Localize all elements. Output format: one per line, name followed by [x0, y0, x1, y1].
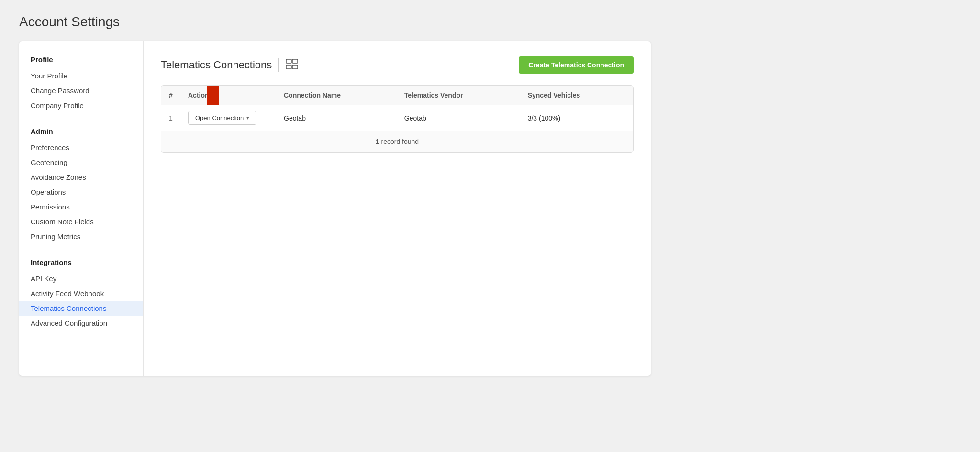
svg-rect-2 — [286, 65, 291, 69]
record-label-text: record found — [381, 138, 419, 145]
main-header: Telematics Connections Create Telematics… — [161, 56, 634, 74]
sidebar-item-advanced-configuration[interactable]: Advanced Configuration — [19, 316, 143, 331]
connection-name: Geotab — [276, 105, 397, 131]
sidebar-item-permissions[interactable]: Permissions — [19, 199, 143, 214]
sidebar-item-activity-feed-webhook[interactable]: Activity Feed Webhook — [19, 286, 143, 301]
telematics-vendor: Geotab — [397, 105, 520, 131]
sidebar-section-title-profile: Profile — [19, 53, 143, 66]
sidebar-section-profile: Profile Your Profile Change Password Com… — [19, 53, 143, 113]
sidebar-item-pruning-metrics[interactable]: Pruning Metrics — [19, 229, 143, 244]
header-divider — [278, 58, 279, 72]
sidebar-item-your-profile[interactable]: Your Profile — [19, 68, 143, 83]
open-connection-button[interactable]: Open Connection ▾ — [188, 111, 256, 125]
sidebar-item-avoidance-zones[interactable]: Avoidance Zones — [19, 170, 143, 185]
table-footer: 1 record found — [161, 131, 633, 152]
sidebar-section-title-admin: Admin — [19, 124, 143, 138]
main-content-title: Telematics Connections — [161, 59, 272, 71]
sidebar-item-operations[interactable]: Operations — [19, 185, 143, 199]
sidebar-item-company-profile[interactable]: Company Profile — [19, 98, 143, 113]
row-num: 1 — [161, 105, 180, 131]
sidebar-section-admin: Admin Preferences Geofencing Avoidance Z… — [19, 124, 143, 244]
sidebar-section-title-integrations: Integrations — [19, 255, 143, 269]
record-count: 1 — [376, 138, 379, 145]
sidebar-item-preferences[interactable]: Preferences — [19, 140, 143, 155]
create-telematics-connection-button[interactable]: Create Telematics Connection — [519, 56, 634, 74]
sidebar-section-integrations: Integrations API Key Activity Feed Webho… — [19, 255, 143, 331]
main-header-left: Telematics Connections — [161, 58, 298, 72]
col-synced-vehicles: Synced Vehicles — [520, 86, 633, 105]
sidebar-item-geofencing[interactable]: Geofencing — [19, 155, 143, 170]
sidebar: Profile Your Profile Change Password Com… — [19, 41, 144, 376]
sidebar-item-change-password[interactable]: Change Password — [19, 83, 143, 98]
sidebar-item-custom-note-fields[interactable]: Custom Note Fields — [19, 214, 143, 229]
page-title: Account Settings — [19, 14, 651, 30]
main-content: Telematics Connections Create Telematics… — [144, 41, 651, 376]
col-connection-name: Connection Name — [276, 86, 397, 105]
table-row: 1 Open Connection ▾ — [161, 105, 633, 131]
telematics-table: # Actions Connection Name Telematics Ven… — [161, 85, 634, 153]
col-telematics-vendor: Telematics Vendor — [397, 86, 520, 105]
synced-vehicles: 3/3 (100%) — [520, 105, 633, 131]
table-header-row: # Actions Connection Name Telematics Ven… — [161, 86, 633, 105]
sidebar-item-telematics-connections[interactable]: Telematics Connections — [19, 301, 143, 316]
svg-rect-0 — [286, 59, 291, 63]
telematics-icon — [286, 59, 298, 72]
svg-rect-3 — [292, 65, 298, 69]
svg-rect-1 — [292, 59, 298, 63]
col-num: # — [161, 86, 180, 105]
open-connection-label: Open Connection — [195, 114, 244, 121]
dropdown-arrow-icon: ▾ — [246, 115, 249, 121]
action-cell: Open Connection ▾ — [180, 105, 276, 131]
sidebar-item-api-key[interactable]: API Key — [19, 271, 143, 286]
col-actions: Actions — [180, 86, 276, 105]
